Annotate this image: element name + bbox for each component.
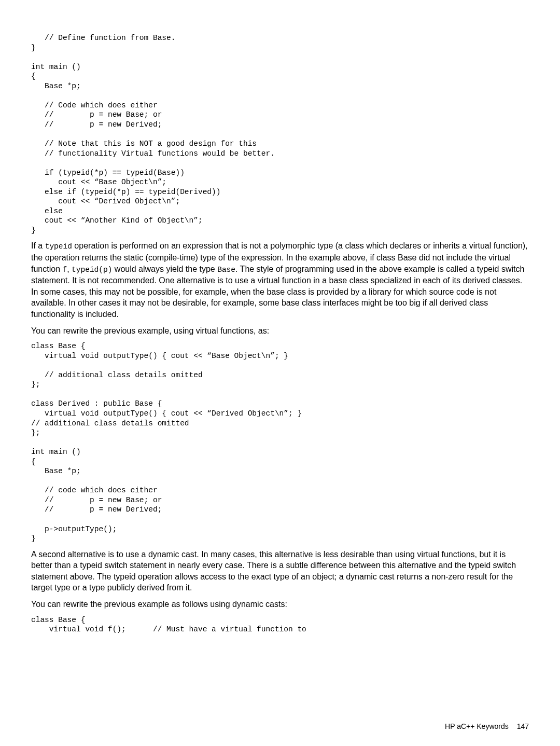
- code-block-2: class Base { virtual void outputType() {…: [31, 341, 529, 543]
- text: If a: [31, 241, 45, 250]
- paragraph-rewrite-dynamic: You can rewrite the previous example as …: [31, 599, 529, 610]
- inline-code-typeid-p: typeid(p): [72, 266, 112, 274]
- text: ,: [67, 265, 72, 273]
- code-block-3: class Base { virtual void f(); // Must h…: [31, 615, 529, 634]
- paragraph-rewrite-virtual: You can rewrite the previous example, us…: [31, 325, 529, 337]
- paragraph-typeid: If a typeid operation is performed on an…: [31, 240, 529, 320]
- inline-code-f: f: [62, 266, 67, 274]
- inline-code-base: Base: [217, 266, 235, 274]
- inline-code-typeid: typeid: [45, 242, 72, 251]
- code-block-1: // Define function from Base. } int main…: [31, 33, 529, 235]
- text: would always yield the type: [112, 265, 217, 273]
- paragraph-dynamic-cast: A second alternative is to use a dynamic…: [31, 549, 529, 593]
